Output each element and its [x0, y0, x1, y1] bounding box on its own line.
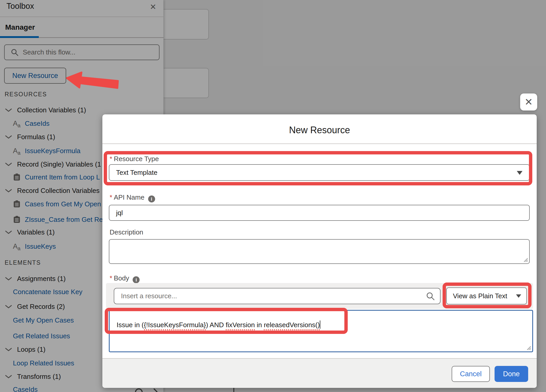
api-name-label: *API Namei — [110, 193, 155, 202]
api-name-input[interactable]: jql — [109, 205, 530, 221]
modal-footer: Cancel Done — [102, 358, 537, 388]
description-textarea[interactable] — [109, 239, 530, 264]
resize-handle-icon[interactable] — [525, 344, 531, 350]
insert-resource-placeholder: Insert a resource... — [121, 292, 177, 300]
modal-close-button[interactable]: ✕ — [520, 93, 537, 111]
info-icon[interactable]: i — [133, 276, 140, 283]
close-icon: ✕ — [525, 96, 533, 108]
description-label: Description — [110, 228, 143, 236]
search-icon — [426, 292, 435, 301]
divider — [102, 143, 537, 144]
annotation-box-resource-type — [104, 151, 532, 185]
annotation-box-body-text — [105, 308, 348, 334]
required-asterisk: * — [110, 274, 112, 282]
resize-handle-icon[interactable] — [522, 256, 528, 262]
modal-title: New Resource — [102, 125, 537, 136]
required-asterisk: * — [110, 193, 112, 201]
info-icon[interactable]: i — [148, 195, 155, 202]
api-name-value: jql — [116, 209, 123, 217]
cancel-button[interactable]: Cancel — [452, 366, 490, 382]
annotation-box-view-mode — [443, 283, 532, 308]
body-label: *Bodyi — [110, 274, 140, 283]
done-button[interactable]: Done — [495, 366, 528, 382]
insert-resource-input[interactable]: Insert a resource... — [114, 288, 441, 304]
